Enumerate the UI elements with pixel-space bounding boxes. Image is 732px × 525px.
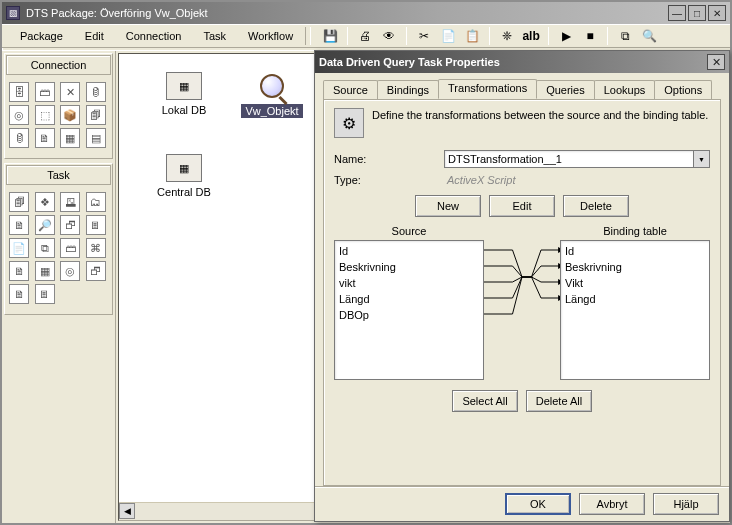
canvas-item-central-db[interactable]: ▦ Central DB bbox=[149, 154, 219, 198]
conn-tool-9[interactable]: 🛢 bbox=[9, 128, 29, 148]
select-all-button[interactable]: Select All bbox=[452, 390, 518, 412]
list-item[interactable]: vikt bbox=[339, 275, 479, 291]
preview-icon[interactable]: 👁 bbox=[378, 26, 400, 46]
connection-icons: 🗄 🗃 ✕ 🛢 ◎ ⬚ 📦 🗐 🛢 🗎 ▦ ▤ bbox=[5, 76, 112, 158]
conn-tool-11[interactable]: ▦ bbox=[60, 128, 80, 148]
conn-tool-10[interactable]: 🗎 bbox=[35, 128, 55, 148]
task-tool-8[interactable]: 🗏 bbox=[86, 215, 106, 235]
task-tool-7[interactable]: 🗗 bbox=[60, 215, 80, 235]
new-button[interactable]: New bbox=[415, 195, 481, 217]
delete-button[interactable]: Delete bbox=[563, 195, 629, 217]
zoom-icon[interactable]: 🔍 bbox=[638, 26, 660, 46]
ok-button[interactable]: OK bbox=[505, 493, 571, 515]
menu-workflow[interactable]: Workflow bbox=[238, 28, 303, 44]
task-tool-17[interactable]: 🗎 bbox=[9, 284, 29, 304]
name-combobox[interactable]: DTSTransformation__1 ▼ bbox=[444, 150, 710, 168]
tabs: Source Bindings Transformations Queries … bbox=[323, 79, 721, 99]
save-icon[interactable]: 💾 bbox=[319, 26, 341, 46]
canvas-item-vw-objekt[interactable]: Vw_Objekt bbox=[237, 72, 307, 118]
binding-listbox[interactable]: Id Beskrivning Vikt Längd bbox=[560, 240, 710, 380]
task-tool-16[interactable]: 🗗 bbox=[86, 261, 106, 281]
name-field[interactable]: DTSTransformation__1 bbox=[444, 150, 694, 168]
alb-glyph-icon[interactable]: ❈ bbox=[496, 26, 518, 46]
dialog-title: Data Driven Query Task Properties bbox=[319, 56, 500, 68]
menu-edit[interactable]: Edit bbox=[75, 28, 114, 44]
task-tool-14[interactable]: ▦ bbox=[35, 261, 55, 281]
task-header[interactable]: Task bbox=[6, 165, 111, 185]
scroll-left-icon[interactable]: ◀ bbox=[119, 503, 135, 519]
tab-bindings[interactable]: Bindings bbox=[377, 80, 439, 100]
conn-tool-7[interactable]: 📦 bbox=[60, 105, 80, 125]
type-value: ActiveX Script bbox=[444, 171, 710, 189]
source-column: Source Id Beskrivning vikt Längd DBOp bbox=[334, 225, 484, 380]
conn-tool-4[interactable]: 🛢 bbox=[86, 82, 106, 102]
tab-queries[interactable]: Queries bbox=[536, 80, 595, 100]
conn-tool-3[interactable]: ✕ bbox=[60, 82, 80, 102]
run-icon[interactable]: ▶ bbox=[555, 26, 577, 46]
window-title: DTS Package: Överföring Vw_Objekt bbox=[26, 7, 208, 19]
copy-icon[interactable]: 📄 bbox=[437, 26, 459, 46]
conn-tool-12[interactable]: ▤ bbox=[86, 128, 106, 148]
minimize-button[interactable]: — bbox=[668, 5, 686, 21]
list-item[interactable]: Beskrivning bbox=[565, 259, 705, 275]
tab-source[interactable]: Source bbox=[323, 80, 378, 100]
task-icons: 🗐 ❖ 🗳 🗂 🗎 🔎 🗗 🗏 📄 ⧉ 🗃 ⌘ 🗎 ▦ ◎ 🗗 bbox=[5, 186, 112, 314]
dialog-close-button[interactable]: ✕ bbox=[707, 54, 725, 70]
task-tool-1[interactable]: 🗐 bbox=[9, 192, 29, 212]
list-item[interactable]: DBOp bbox=[339, 307, 479, 323]
task-tool-18[interactable]: 🗏 bbox=[35, 284, 55, 304]
task-tool-15[interactable]: ◎ bbox=[60, 261, 80, 281]
binding-header: Binding table bbox=[560, 225, 710, 240]
connection-header[interactable]: Connection bbox=[6, 55, 111, 75]
task-tool-4[interactable]: 🗂 bbox=[86, 192, 106, 212]
menu-connection[interactable]: Connection bbox=[116, 28, 192, 44]
list-item[interactable]: Längd bbox=[339, 291, 479, 307]
svg-marker-3 bbox=[558, 295, 560, 301]
conn-tool-2[interactable]: 🗃 bbox=[35, 82, 55, 102]
help-button[interactable]: Hjälp bbox=[653, 493, 719, 515]
menu-package[interactable]: Package bbox=[10, 28, 73, 44]
delete-all-button[interactable]: Delete All bbox=[526, 390, 592, 412]
task-tool-10[interactable]: ⧉ bbox=[35, 238, 55, 258]
task-tool-11[interactable]: 🗃 bbox=[60, 238, 80, 258]
database-icon: ▦ bbox=[166, 154, 202, 182]
task-tool-2[interactable]: ❖ bbox=[35, 192, 55, 212]
list-item[interactable]: Id bbox=[339, 243, 479, 259]
tab-transformations[interactable]: Transformations bbox=[438, 79, 537, 99]
task-tool-13[interactable]: 🗎 bbox=[9, 261, 29, 281]
tab-lookups[interactable]: Lookups bbox=[594, 80, 656, 100]
list-item[interactable]: Beskrivning bbox=[339, 259, 479, 275]
tab-options[interactable]: Options bbox=[654, 80, 712, 100]
cancel-button[interactable]: Avbryt bbox=[579, 493, 645, 515]
task-tool-9[interactable]: 📄 bbox=[9, 238, 29, 258]
chevron-down-icon[interactable]: ▼ bbox=[694, 150, 710, 168]
source-listbox[interactable]: Id Beskrivning vikt Längd DBOp bbox=[334, 240, 484, 380]
canvas-item-lokal-db[interactable]: ▦ Lokal DB bbox=[149, 72, 219, 116]
paste-icon[interactable]: 📋 bbox=[461, 26, 483, 46]
menu-separator bbox=[305, 27, 311, 45]
connection-panel: Connection 🗄 🗃 ✕ 🛢 ◎ ⬚ 📦 🗐 🛢 🗎 ▦ ▤ bbox=[4, 53, 113, 159]
edit-button[interactable]: Edit bbox=[489, 195, 555, 217]
close-button[interactable]: ✕ bbox=[708, 5, 726, 21]
conn-tool-1[interactable]: 🗄 bbox=[9, 82, 29, 102]
cut-icon[interactable]: ✂ bbox=[413, 26, 435, 46]
conn-tool-6[interactable]: ⬚ bbox=[35, 105, 55, 125]
tree-icon[interactable]: ⧉ bbox=[614, 26, 636, 46]
task-tool-12[interactable]: ⌘ bbox=[86, 238, 106, 258]
alb-button[interactable]: alb bbox=[520, 26, 542, 46]
print-icon[interactable]: 🖨 bbox=[354, 26, 376, 46]
list-item[interactable]: Id bbox=[565, 243, 705, 259]
stop-icon[interactable]: ■ bbox=[579, 26, 601, 46]
task-tool-3[interactable]: 🗳 bbox=[60, 192, 80, 212]
task-tool-6[interactable]: 🔎 bbox=[35, 215, 55, 235]
conn-tool-5[interactable]: ◎ bbox=[9, 105, 29, 125]
task-tool-5[interactable]: 🗎 bbox=[9, 215, 29, 235]
conn-tool-8[interactable]: 🗐 bbox=[86, 105, 106, 125]
menu-task[interactable]: Task bbox=[193, 28, 236, 44]
list-item[interactable]: Längd bbox=[565, 291, 705, 307]
list-item[interactable]: Vikt bbox=[565, 275, 705, 291]
maximize-button[interactable]: □ bbox=[688, 5, 706, 21]
source-header: Source bbox=[334, 225, 484, 240]
canvas-item-label: Central DB bbox=[157, 186, 211, 198]
description-row: ⚙ Define the transformations between the… bbox=[334, 108, 710, 138]
